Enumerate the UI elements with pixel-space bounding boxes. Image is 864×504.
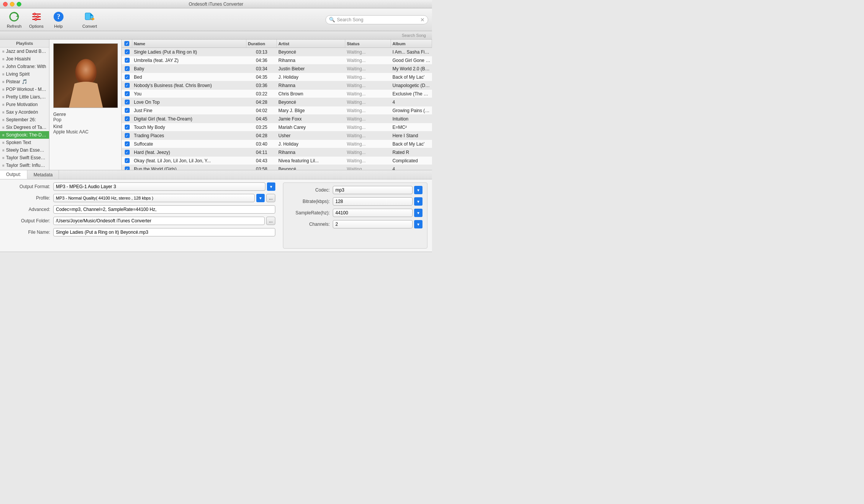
song-checkbox[interactable]: ✓	[125, 74, 130, 79]
sidebar-item-14[interactable]: ≡Taylor Swift Essentials	[0, 154, 49, 162]
maximize-button[interactable]	[17, 2, 21, 6]
bitrate-select[interactable]: 128	[333, 197, 413, 206]
minimize-button[interactable]	[10, 2, 14, 6]
song-status: Waiting...	[345, 66, 391, 71]
table-row[interactable]: ✓ Nobody's Business (feat. Chris Brown) …	[122, 81, 432, 90]
table-row[interactable]: ✓ Baby 03:34 Justin Bieber Waiting... My…	[122, 65, 432, 73]
kind-label: Kind	[53, 124, 62, 129]
options-button[interactable]: Options	[26, 9, 47, 30]
sidebar-item-9[interactable]: ≡September 26:	[0, 116, 49, 124]
title-bar: Ondesoft iTunes Converter	[0, 0, 432, 8]
song-checkbox[interactable]: ✓	[125, 49, 130, 54]
format-arrow[interactable]: ▼	[267, 182, 275, 191]
row-checkbox[interactable]: ✓	[122, 74, 132, 79]
table-row[interactable]: ✓ Love On Top 04:28 Beyoncé Waiting... 4	[122, 98, 432, 106]
table-row[interactable]: ✓ Single Ladies (Put a Ring on It) 03:13…	[122, 48, 432, 56]
advanced-input[interactable]	[53, 205, 275, 214]
row-checkbox[interactable]: ✓	[122, 66, 132, 71]
table-row[interactable]: ✓ Hard (feat. Jeezy) 04:11 Rihanna Waiti…	[122, 148, 432, 157]
song-checkbox[interactable]: ✓	[125, 108, 130, 113]
row-checkbox[interactable]: ✓	[122, 141, 132, 146]
song-checkbox[interactable]: ✓	[125, 100, 130, 105]
row-checkbox[interactable]: ✓	[122, 116, 132, 121]
sidebar-item-2[interactable]: ≡John Coltrane: With	[0, 63, 49, 70]
row-checkbox[interactable]: ✓	[122, 49, 132, 54]
codec-select[interactable]: mp3	[333, 186, 413, 194]
playlist-icon: ≡	[2, 87, 5, 92]
song-checkbox[interactable]: ✓	[125, 141, 130, 146]
channels-select[interactable]: 2	[333, 220, 413, 228]
profile-select[interactable]: MP3 - Normal Quality( 44100 Hz, stereo ,…	[53, 194, 255, 202]
song-checkbox[interactable]: ✓	[125, 133, 130, 138]
row-checkbox[interactable]: ✓	[122, 158, 132, 163]
sidebar-item-10[interactable]: ≡Six Degrees of Taylor Swif	[0, 124, 49, 131]
close-button[interactable]	[3, 2, 8, 6]
profile-dots-button[interactable]: ...	[266, 194, 275, 202]
sidebar-item-5[interactable]: ≡POP Workout - Motivationa	[0, 86, 49, 93]
song-name: Touch My Body	[132, 125, 246, 130]
row-checkbox[interactable]: ✓	[122, 125, 132, 130]
bitrate-field: 128 ▼	[333, 197, 422, 206]
song-checkbox[interactable]: ✓	[125, 166, 130, 170]
sidebar-item-8[interactable]: ≡Sax y Acordeón	[0, 108, 49, 116]
refresh-button[interactable]: Refresh	[4, 9, 25, 30]
table-row[interactable]: ✓ Okay (feat. Lil Jon, Lil Jon, Lil Jon,…	[122, 157, 432, 165]
profile-arrow[interactable]: ▼	[256, 194, 265, 202]
table-row[interactable]: ✓ You 03:22 Chris Brown Waiting... Exclu…	[122, 90, 432, 98]
filename-input[interactable]	[53, 228, 275, 236]
sidebar-item-13[interactable]: ≡Steely Dan Essentials	[0, 146, 49, 154]
sidebar-item-12[interactable]: ≡Spoken Text	[0, 139, 49, 146]
select-all-checkbox[interactable]: ✓	[124, 41, 129, 46]
table-row[interactable]: ✓ Just Fine 04:02 Mary J. Blige Waiting.…	[122, 106, 432, 115]
folder-browse-button[interactable]: ...	[266, 217, 275, 225]
row-checkbox[interactable]: ✓	[122, 166, 132, 170]
song-checkbox[interactable]: ✓	[125, 158, 130, 163]
row-checkbox[interactable]: ✓	[122, 91, 132, 96]
folder-input[interactable]	[53, 217, 265, 225]
samplerate-arrow[interactable]: ▼	[414, 209, 422, 217]
genre-row: Genre Pop	[53, 112, 118, 122]
row-checkbox[interactable]: ✓	[122, 100, 132, 105]
table-row[interactable]: ✓ Touch My Body 03:25 Mariah Carey Waiti…	[122, 123, 432, 132]
table-row[interactable]: ✓ Trading Places 04:28 Usher Waiting... …	[122, 132, 432, 140]
table-row[interactable]: ✓ Umbrella (feat. JAY Z) 04:36 Rihanna W…	[122, 56, 432, 65]
row-checkbox[interactable]: ✓	[122, 58, 132, 63]
table-row[interactable]: ✓ Run the World (Girls) 03:58 Beyoncé Wa…	[122, 165, 432, 170]
song-checkbox[interactable]: ✓	[125, 116, 130, 121]
table-row[interactable]: ✓ Bed 04:35 J. Holiday Waiting... Back o…	[122, 73, 432, 81]
search-input[interactable]	[337, 17, 418, 22]
bitrate-arrow[interactable]: ▼	[414, 197, 422, 206]
header-checkbox[interactable]: ✓	[122, 40, 132, 48]
format-select[interactable]: MP3 - MPEG-1 Audio Layer 3	[53, 182, 265, 191]
sidebar-item-7[interactable]: ≡Pure Motivation	[0, 101, 49, 108]
sidebar-item-0[interactable]: ≡Jazz and David Bowie	[0, 48, 49, 55]
help-button[interactable]: ? Help	[48, 9, 69, 30]
sidebar-item-15[interactable]: ≡Taylor Swift: Influences	[0, 162, 49, 169]
sidebar-item-6[interactable]: ≡Pretty Little Liars, Season	[0, 93, 49, 101]
channels-label: Channels:	[288, 222, 330, 227]
sidebar-item-3[interactable]: ≡Living Spirit	[0, 70, 49, 78]
song-checkbox[interactable]: ✓	[125, 83, 130, 88]
table-row[interactable]: ✓ Suffocate 03:40 J. Holiday Waiting... …	[122, 140, 432, 148]
row-checkbox[interactable]: ✓	[122, 133, 132, 138]
song-checkbox[interactable]: ✓	[125, 125, 130, 130]
sidebar-item-1[interactable]: ≡Joe Hisaishi	[0, 55, 49, 63]
channels-arrow[interactable]: ▼	[414, 220, 422, 228]
song-checkbox[interactable]: ✓	[125, 58, 130, 63]
song-checkbox[interactable]: ✓	[125, 66, 130, 71]
table-row[interactable]: ✓ Digital Girl (feat. The-Dream) 04:45 J…	[122, 115, 432, 123]
row-checkbox[interactable]: ✓	[122, 83, 132, 88]
samplerate-select[interactable]: 44100	[333, 209, 413, 217]
song-checkbox[interactable]: ✓	[125, 150, 130, 155]
sidebar-item-4[interactable]: ≡Pistear 🎵	[0, 78, 49, 86]
tab-output[interactable]: Output:	[0, 170, 27, 179]
song-name: Okay (feat. Lil Jon, Lil Jon, Lil Jon, Y…	[132, 158, 246, 163]
search-clear-icon[interactable]: ✕	[420, 17, 425, 23]
row-checkbox[interactable]: ✓	[122, 108, 132, 113]
convert-button[interactable]: Convert	[79, 9, 100, 30]
song-checkbox[interactable]: ✓	[125, 91, 130, 96]
tab-metadata[interactable]: Metadata	[27, 170, 59, 179]
sidebar-item-11[interactable]: ≡Songbook: The-Dream	[0, 131, 49, 139]
row-checkbox[interactable]: ✓	[122, 150, 132, 155]
codec-arrow[interactable]: ▼	[414, 186, 422, 194]
